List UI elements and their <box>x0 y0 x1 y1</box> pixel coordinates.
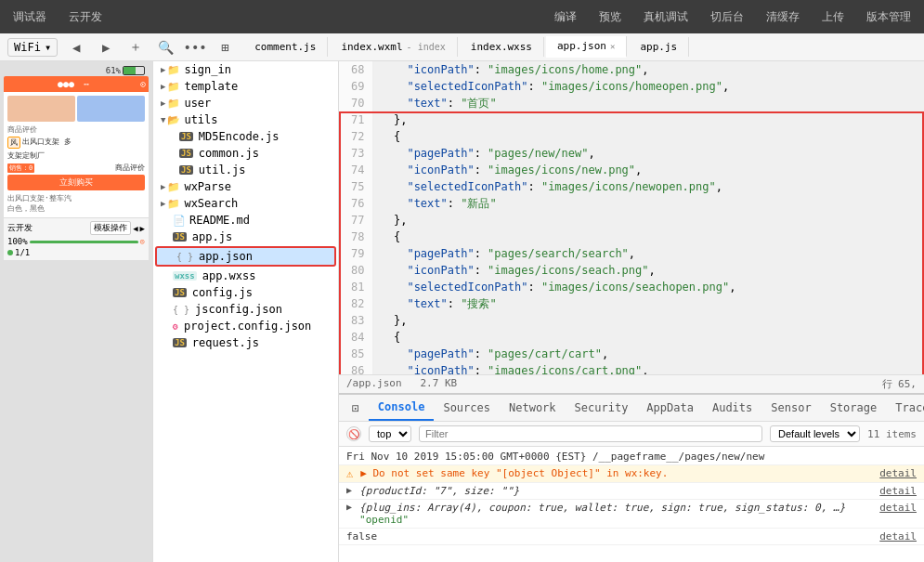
console-line-false: false detail <box>339 529 924 545</box>
code-content[interactable]: 68 "iconPath": "images/icons/home.png",6… <box>339 61 924 374</box>
tree-item-project-config[interactable]: ⚙ project.config.json <box>153 318 338 334</box>
toolbar-cloud[interactable]: 云开发 <box>63 7 108 27</box>
tab-security[interactable]: Security <box>566 396 638 420</box>
wifi-selector[interactable]: WiFi ▾ <box>7 38 58 57</box>
tree-item-label: wxSearch <box>184 197 238 210</box>
json-file-icon: { } <box>176 252 193 262</box>
js-file-icon: JS <box>179 132 193 141</box>
tree-item-label: util.js <box>199 163 246 176</box>
phone-content: 商品评价 风 出风口支架 多 支架定制厂 销售：0 商品评价 立刻购买 出风口支… <box>4 92 149 217</box>
clear-console-button[interactable]: 🚫 <box>346 426 361 441</box>
toolbar-compile[interactable]: 编译 <box>549 7 582 27</box>
line-number: 83 <box>339 312 372 329</box>
connection-dot <box>7 250 13 255</box>
line-content: "iconPath": "images/icons/new.png", <box>372 162 924 178</box>
tab-storage[interactable]: Storage <box>821 396 887 420</box>
code-row: 75 "selectedIconPath": "images/icons/new… <box>339 178 924 195</box>
tree-item-wxparse[interactable]: ▶ 📁 wxParse <box>153 178 338 195</box>
line-number: 71 <box>339 111 372 128</box>
toolbar-upload[interactable]: 上传 <box>816 7 850 27</box>
nav-bar: ●●● ⋯ ⊙ <box>4 76 149 92</box>
chevron-right-icon: ▶ <box>161 82 165 91</box>
tree-item-utils[interactable]: ▼ 📂 utils <box>153 111 338 128</box>
toolbar-device-debug[interactable]: 真机调试 <box>638 7 694 27</box>
tree-item-label: app.json <box>199 250 253 263</box>
code-row: 80 "iconPath": "images/icons/seach.png", <box>339 262 924 279</box>
expand-icon[interactable]: ▶ <box>346 502 352 512</box>
product-img-1 <box>7 96 75 122</box>
forward-button[interactable]: ▶ <box>95 36 117 59</box>
filter-input[interactable] <box>419 425 762 442</box>
tab-app-js[interactable]: app.js <box>629 37 689 57</box>
tab-comment-js[interactable]: comment.js <box>243 37 328 57</box>
line-number: 68 <box>339 61 372 78</box>
console-detail-link-1[interactable]: detail <box>879 467 917 479</box>
console-detail-link-3[interactable]: detail <box>879 502 917 514</box>
console-detail-link-2[interactable]: detail <box>879 485 917 497</box>
line-number: 70 <box>339 95 372 111</box>
main-layout: 61% ●●● ⋯ ⊙ 商品评价 风 出风口支架 多 <box>0 61 924 562</box>
line-content: { <box>372 128 924 145</box>
tab-audits[interactable]: Audits <box>703 396 761 420</box>
tree-item-jsconfig[interactable]: { } jsconfig.json <box>153 301 338 318</box>
tree-item-util[interactable]: JS util.js <box>153 162 338 178</box>
tree-item-app-json[interactable]: { } app.json <box>155 246 336 267</box>
devtools-icon-btn[interactable]: ⊡ <box>343 396 369 421</box>
code-row: 71 }, <box>339 111 924 128</box>
tree-item-wxsearch[interactable]: ▶ 📁 wxSearch <box>153 195 338 212</box>
sale-badge: 销售：0 <box>7 163 34 173</box>
chevron-down-icon: ▼ <box>161 115 165 124</box>
tab-index-wxss[interactable]: index.wxss <box>460 37 544 57</box>
tree-item-request-js[interactable]: JS request.js <box>153 334 338 351</box>
context-selector[interactable]: top <box>369 425 411 442</box>
tab-close-icon[interactable]: ✕ <box>610 42 615 51</box>
tab-console[interactable]: Console <box>369 395 435 421</box>
code-table: 68 "iconPath": "images/icons/home.png",6… <box>339 61 924 374</box>
tab-label: comment.js <box>254 41 316 53</box>
file-path: /app.json 2.7 KB <box>346 377 457 391</box>
dev-action-btn[interactable]: 模板操作 <box>90 221 131 235</box>
code-row: 77 }, <box>339 212 924 229</box>
back-button[interactable]: ◀ <box>65 36 87 59</box>
toolbar-clear-cache[interactable]: 清缓存 <box>761 7 805 27</box>
tab-index-wxml[interactable]: index.wxml - index <box>330 37 457 57</box>
tree-item-readme[interactable]: 📄 README.md <box>153 212 338 229</box>
more-button[interactable]: ••• <box>184 36 206 59</box>
tab-network[interactable]: Network <box>500 396 566 420</box>
buy-button[interactable]: 立刻购买 <box>7 175 145 190</box>
tree-item-template[interactable]: ▶ 📁 template <box>153 78 338 95</box>
tree-item-sign-in[interactable]: ▶ 📁 sign_in <box>153 61 338 78</box>
toolbar-preview[interactable]: 预览 <box>593 7 627 27</box>
toolbar-cut-back[interactable]: 切后台 <box>705 7 749 27</box>
tree-item-user[interactable]: ▶ 📁 user <box>153 95 338 111</box>
tab-trace[interactable]: Trace <box>886 396 924 420</box>
tab-app-json[interactable]: app.json ✕ <box>546 36 627 58</box>
dev-icon-2[interactable]: ▶ <box>140 224 145 233</box>
dev-buttons[interactable]: 模板操作 ◀ ▶ <box>90 221 145 235</box>
add-button[interactable]: ＋ <box>124 36 147 59</box>
code-row: 83 }, <box>339 312 924 329</box>
tree-item-app-wxss[interactable]: wxss app.wxss <box>153 268 338 284</box>
tab-sources[interactable]: Sources <box>434 396 500 420</box>
tab-appdata[interactable]: AppData <box>637 396 703 420</box>
level-selector[interactable]: Default levels <box>770 425 860 442</box>
tree-item-config-js[interactable]: JS config.js <box>153 284 338 301</box>
folder-icon: 📁 <box>167 198 180 210</box>
layout-button[interactable]: ⊞ <box>214 36 236 59</box>
dev-icon-1[interactable]: ◀ <box>133 224 137 233</box>
tree-item-md5[interactable]: JS MD5Encode.js <box>153 128 338 145</box>
folder-icon: 📁 <box>167 181 180 193</box>
tree-item-common[interactable]: JS common.js <box>153 145 338 162</box>
tab-label: app.json <box>557 40 606 52</box>
line-number: 84 <box>339 329 372 346</box>
toolbar-debugger[interactable]: 调试器 <box>7 7 52 27</box>
chevron-right-icon: ▶ <box>161 98 165 108</box>
search-button[interactable]: 🔍 <box>154 36 176 59</box>
tree-item-app-js[interactable]: JS app.js <box>153 229 338 245</box>
toolbar-version[interactable]: 版本管理 <box>861 7 917 27</box>
code-row: 81 "selectedIconPath": "images/icons/sea… <box>339 279 924 295</box>
expand-icon[interactable]: ▶ <box>346 485 352 495</box>
console-line: Fri Nov 10 2019 15:05:00 GMT+0000 {EST} … <box>339 449 924 465</box>
tab-sensor[interactable]: Sensor <box>761 396 820 420</box>
console-detail-link-4[interactable]: detail <box>879 530 917 542</box>
